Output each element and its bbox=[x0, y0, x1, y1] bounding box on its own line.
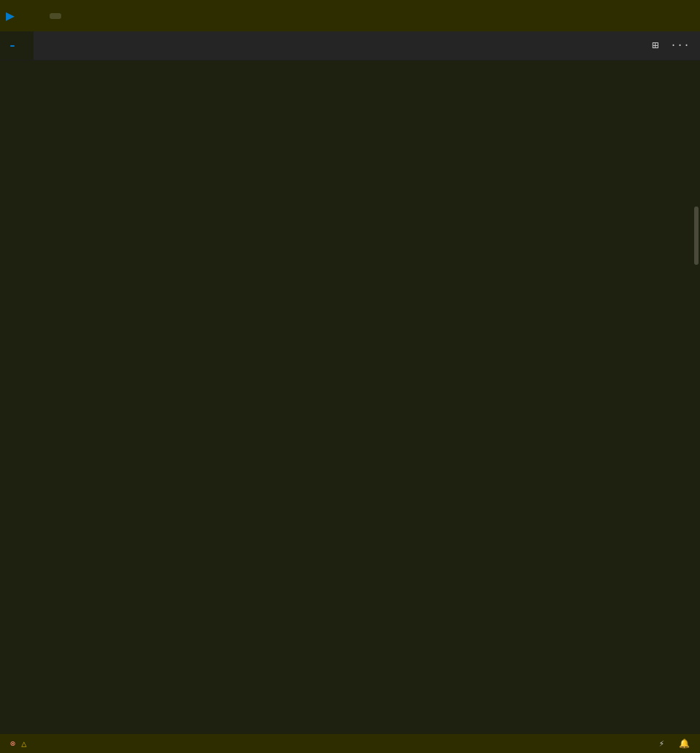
window-controls bbox=[595, 0, 694, 31]
menu-edit[interactable] bbox=[35, 13, 47, 19]
menu-run[interactable] bbox=[93, 13, 105, 19]
menu-go[interactable] bbox=[79, 13, 90, 19]
minimize-button[interactable] bbox=[595, 0, 627, 31]
ts-badge bbox=[10, 45, 15, 47]
error-icon: ⊗ bbox=[10, 738, 15, 749]
status-right: ⚡ 🔔 bbox=[580, 738, 693, 749]
remote-icon: ⚡ bbox=[659, 738, 664, 749]
tab-bar: ⊞ ··· bbox=[0, 31, 700, 61]
maximize-button[interactable] bbox=[629, 0, 661, 31]
status-bar: ⊗ △ ⚡ 🔔 bbox=[0, 734, 700, 753]
warning-icon: △ bbox=[21, 738, 26, 749]
code-editor[interactable] bbox=[35, 61, 693, 734]
more-actions-button[interactable]: ··· bbox=[666, 36, 694, 55]
notifications-button[interactable]: 🔔 bbox=[676, 738, 693, 749]
menu-view[interactable] bbox=[64, 13, 76, 19]
menu-file[interactable] bbox=[20, 13, 32, 19]
vertical-scrollbar[interactable] bbox=[693, 61, 700, 734]
close-button[interactable] bbox=[662, 0, 694, 31]
active-tab[interactable] bbox=[0, 31, 34, 60]
split-editor-button[interactable]: ⊞ bbox=[648, 36, 663, 55]
editor-container bbox=[0, 61, 700, 734]
line-numbers-gutter bbox=[0, 61, 35, 734]
errors-indicator[interactable]: ⊗ △ bbox=[7, 738, 32, 749]
remote-button[interactable]: ⚡ bbox=[656, 738, 667, 749]
vscode-logo-icon: ▶ bbox=[6, 7, 15, 25]
title-bar: ▶ bbox=[0, 0, 700, 31]
scrollbar-thumb[interactable] bbox=[694, 206, 699, 265]
menu-more[interactable] bbox=[108, 13, 120, 19]
menu-selection[interactable] bbox=[50, 13, 61, 19]
tab-actions: ⊞ ··· bbox=[648, 31, 700, 60]
bell-icon: 🔔 bbox=[679, 738, 690, 749]
